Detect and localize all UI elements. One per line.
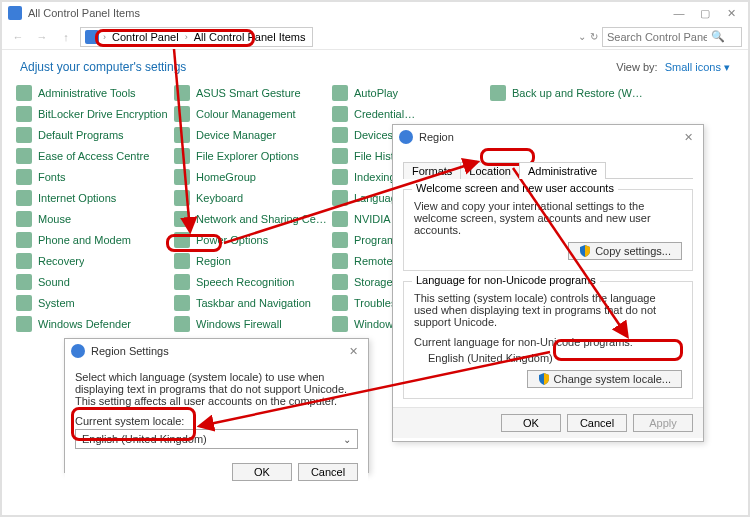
- region-apply-button[interactable]: Apply: [633, 414, 693, 432]
- control-panel-item[interactable]: AutoPlay: [330, 84, 488, 102]
- tab-formats[interactable]: Formats: [403, 162, 461, 179]
- control-panel-item-icon: [332, 316, 348, 332]
- control-panel-item[interactable]: Colour Management: [172, 105, 330, 123]
- control-panel-item-icon: [332, 169, 348, 185]
- region-settings-close-button[interactable]: ✕: [344, 344, 362, 358]
- system-locale-dropdown[interactable]: English (United Kingdom) ⌄: [75, 429, 358, 449]
- control-panel-item-icon: [174, 106, 190, 122]
- control-panel-item[interactable]: Ease of Access Centre: [14, 147, 172, 165]
- control-panel-item[interactable]: Back up and Restore (Windows 7): [488, 84, 646, 102]
- control-panel-item[interactable]: Sound: [14, 273, 172, 291]
- control-panel-item[interactable]: Administrative Tools: [14, 84, 172, 102]
- nav-forward-icon[interactable]: →: [32, 27, 52, 47]
- change-system-locale-button[interactable]: Change system locale...: [527, 370, 682, 388]
- control-panel-item-label: Colour Management: [196, 108, 296, 120]
- breadcrumb[interactable]: › Control Panel › All Control Panel Item…: [80, 27, 313, 47]
- control-panel-item-label: Phone and Modem: [38, 234, 131, 246]
- region-cancel-button[interactable]: Cancel: [567, 414, 627, 432]
- control-panel-icon: [8, 6, 22, 20]
- globe-icon: [71, 344, 85, 358]
- control-panel-item-label: Sound: [38, 276, 70, 288]
- control-panel-item-icon: [174, 169, 190, 185]
- control-panel-item-icon: [16, 316, 32, 332]
- control-panel-item[interactable]: Fonts: [14, 168, 172, 186]
- control-panel-item[interactable]: HomeGroup: [172, 168, 330, 186]
- control-panel-item-label: Ease of Access Centre: [38, 150, 149, 162]
- view-by: View by: Small icons ▾: [616, 61, 730, 74]
- search-box[interactable]: 🔍: [602, 27, 742, 47]
- control-panel-item[interactable]: BitLocker Drive Encryption: [14, 105, 172, 123]
- control-panel-item-label: Power Options: [196, 234, 268, 246]
- crumb-control-panel[interactable]: Control Panel: [110, 31, 181, 43]
- control-panel-item-icon: [174, 190, 190, 206]
- close-button[interactable]: ✕: [722, 6, 740, 20]
- chevron-down-icon[interactable]: ⌄: [578, 31, 586, 42]
- tab-location[interactable]: Location: [460, 162, 520, 179]
- nav-back-icon[interactable]: ←: [8, 27, 28, 47]
- control-panel-item[interactable]: ASUS Smart Gesture: [172, 84, 330, 102]
- control-panel-item[interactable]: Power Options: [172, 231, 330, 249]
- control-panel-item-icon: [174, 211, 190, 227]
- control-panel-item-label: Taskbar and Navigation: [196, 297, 311, 309]
- minimize-button[interactable]: —: [670, 6, 688, 20]
- control-panel-item-label: Recovery: [38, 255, 84, 267]
- chevron-right-icon: ›: [103, 32, 106, 42]
- control-panel-item-label: AutoPlay: [354, 87, 398, 99]
- control-panel-item[interactable]: Mouse: [14, 210, 172, 228]
- region-title-bar[interactable]: Region ✕: [393, 125, 703, 149]
- control-panel-item[interactable]: Keyboard: [172, 189, 330, 207]
- control-panel-item-icon: [16, 190, 32, 206]
- control-panel-item-icon: [16, 295, 32, 311]
- control-panel-item[interactable]: Credential…: [330, 105, 488, 123]
- nav-up-icon[interactable]: ↑: [56, 27, 76, 47]
- control-panel-item-icon: [332, 253, 348, 269]
- control-panel-item[interactable]: Windows Firewall: [172, 315, 330, 333]
- region-title: Region: [419, 131, 454, 143]
- control-panel-item-icon: [16, 253, 32, 269]
- control-panel-item[interactable]: Windows Defender: [14, 315, 172, 333]
- copy-settings-button[interactable]: Copy settings...: [568, 242, 682, 260]
- breadcrumb-icon: [85, 30, 99, 44]
- region-settings-title-bar[interactable]: Region Settings ✕: [65, 339, 368, 363]
- view-by-dropdown[interactable]: Small icons ▾: [665, 61, 730, 73]
- breadcrumb-actions: ⌄ ↻: [578, 31, 598, 42]
- control-panel-item[interactable]: Internet Options: [14, 189, 172, 207]
- search-input[interactable]: [607, 31, 707, 43]
- control-panel-item-label: ASUS Smart Gesture: [196, 87, 301, 99]
- control-panel-item-label: Back up and Restore (Windows 7): [512, 87, 644, 99]
- control-panel-item[interactable]: Region: [172, 252, 330, 270]
- region-settings-cancel-button[interactable]: Cancel: [298, 463, 358, 481]
- control-panel-item[interactable]: Speech Recognition: [172, 273, 330, 291]
- control-panel-item[interactable]: Phone and Modem: [14, 231, 172, 249]
- page-title: Adjust your computer's settings: [20, 60, 186, 74]
- control-panel-item[interactable]: Taskbar and Navigation: [172, 294, 330, 312]
- control-panel-item-label: Keyboard: [196, 192, 243, 204]
- control-panel-item[interactable]: Device Manager: [172, 126, 330, 144]
- control-panel-item-icon: [332, 85, 348, 101]
- region-close-button[interactable]: ✕: [679, 130, 697, 144]
- control-panel-item-icon: [174, 232, 190, 248]
- control-panel-item-label: Windows Firewall: [196, 318, 282, 330]
- search-icon[interactable]: 🔍: [711, 30, 725, 43]
- control-panel-item[interactable]: Default Programs: [14, 126, 172, 144]
- control-panel-item-icon: [16, 148, 32, 164]
- region-ok-button[interactable]: OK: [501, 414, 561, 432]
- refresh-icon[interactable]: ↻: [590, 31, 598, 42]
- control-panel-item[interactable]: Network and Sharing Centre: [172, 210, 330, 228]
- maximize-button[interactable]: ▢: [696, 6, 714, 20]
- crumb-all-items[interactable]: All Control Panel Items: [192, 31, 308, 43]
- control-panel-item-icon: [16, 106, 32, 122]
- control-panel-item-icon: [16, 169, 32, 185]
- shield-icon: [538, 373, 550, 385]
- tab-administrative[interactable]: Administrative: [519, 162, 606, 179]
- chevron-down-icon: ⌄: [343, 434, 351, 445]
- control-panel-item[interactable]: System: [14, 294, 172, 312]
- control-panel-item-icon: [490, 85, 506, 101]
- control-panel-item[interactable]: Recovery: [14, 252, 172, 270]
- control-panel-item[interactable]: File Explorer Options: [172, 147, 330, 165]
- control-panel-item-icon: [332, 148, 348, 164]
- window-title: All Control Panel Items: [28, 7, 140, 19]
- control-panel-item-icon: [16, 232, 32, 248]
- region-settings-ok-button[interactable]: OK: [232, 463, 292, 481]
- region-dialog-buttons: OK Cancel Apply: [393, 407, 703, 438]
